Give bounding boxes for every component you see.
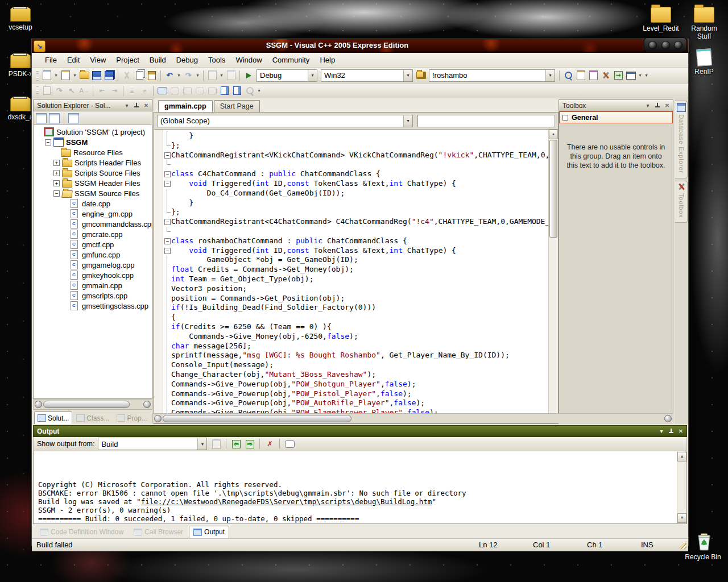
output-vscrollbar[interactable]: ▲ ▼ [677, 451, 686, 523]
maximize-button[interactable] [661, 41, 670, 49]
previous-message-button[interactable]: ⇦ [230, 438, 242, 450]
menu-community[interactable]: Community [267, 54, 315, 66]
comment-button[interactable]: ≡ [126, 85, 138, 97]
tree-item[interactable]: +SSGM Header Files [34, 178, 152, 188]
code-line[interactable]: Console_Input(message); [163, 360, 558, 370]
tree-item[interactable]: gmmain.cpp [34, 280, 152, 290]
resize-grip[interactable] [679, 541, 686, 549]
menu-view[interactable]: View [85, 54, 111, 66]
chevron-down-icon[interactable]: ▾ [195, 73, 200, 78]
members-combo[interactable] [417, 115, 555, 127]
command-window-button[interactable] [625, 70, 636, 81]
types-combo[interactable]: (Global Scope) ▾ [157, 115, 413, 127]
code-line[interactable]: } [163, 131, 558, 141]
scroll-right-button[interactable] [143, 401, 151, 408]
platform-combo[interactable]: Win32 ▾ [321, 69, 413, 82]
increase-indent-button[interactable]: ⇥ [109, 85, 120, 97]
previous-bookmark-button[interactable] [169, 85, 180, 97]
code-line[interactable]: }; [163, 207, 558, 217]
menu-debug[interactable]: Debug [171, 54, 203, 66]
copy-button[interactable] [134, 70, 145, 81]
window-position-menu-button[interactable]: ▾ [123, 102, 131, 109]
navigate-back-button[interactable] [206, 70, 218, 81]
import-export-button[interactable]: ➞ [613, 70, 624, 81]
tree-item[interactable]: gmcrate.cpp [34, 229, 152, 239]
expand-icon[interactable]: + [53, 160, 60, 166]
chevron-down-icon[interactable]: ▾ [308, 70, 317, 81]
scroll-up-button[interactable]: ▲ [549, 130, 558, 139]
desktop-icon-random-stuff[interactable]: Random Stuff [684, 3, 725, 40]
scroll-thumb[interactable] [43, 401, 130, 408]
next-bookmark-button[interactable] [181, 85, 193, 97]
parameter-info-button[interactable]: ↷ [53, 85, 65, 97]
chevron-down-icon[interactable]: ▾ [638, 73, 643, 78]
object-browser-button[interactable] [588, 70, 599, 81]
tree-item[interactable]: gmctf.cpp [34, 239, 152, 250]
indicator-margin[interactable] [154, 130, 163, 423]
tree-item[interactable]: gmscripts.cpp [34, 290, 152, 301]
tab-property-manager[interactable]: Prop... [113, 411, 150, 424]
code-line[interactable]: { [163, 313, 558, 322]
code-line[interactable]: GameObject *obj = Get_GameObj(ID); [163, 255, 558, 265]
minimize-button[interactable] [648, 41, 657, 49]
tree-item[interactable]: gmgamelog.cpp [34, 260, 152, 270]
tree-item[interactable]: −SSGM Source Files [34, 188, 152, 198]
tree-item[interactable]: gmfunc.cpp [34, 250, 152, 260]
fold-collapse-icon[interactable] [163, 151, 171, 160]
auto-hide-pin-button[interactable] [667, 428, 675, 435]
fold-collapse-icon[interactable] [163, 217, 171, 227]
tree-item[interactable]: date.cpp [34, 198, 152, 209]
scroll-down-button[interactable]: ▼ [677, 513, 686, 523]
menu-help[interactable]: Help [315, 54, 340, 66]
tree-item[interactable]: engine_gm.cpp [34, 209, 152, 219]
save-all-button[interactable] [104, 70, 115, 81]
redo-button[interactable]: ↷ [183, 70, 194, 81]
toolbox-button[interactable] [600, 70, 611, 81]
code-line[interactable]: ChatCommandRegistrant<VKickChatCommand> … [163, 151, 558, 160]
solution-explorer-titlebar[interactable]: Solution Explorer - Sol... ▾ ✕ [33, 99, 152, 111]
code-editor[interactable]: }};ChatCommandRegistrant<VKickChatComman… [154, 130, 559, 424]
previous-bookmark-folder-button[interactable] [194, 85, 205, 97]
save-button[interactable] [91, 70, 102, 81]
build-log-link[interactable]: file://c:\Westwood\RenegadeFDS\Server\tm… [141, 497, 432, 506]
uncomment-button[interactable]: ≠ [139, 85, 150, 97]
toolbox-titlebar[interactable]: Toolbox ▾ ✕ [559, 99, 673, 111]
code-line[interactable]: Change_Character(obj,"Mutant_3Boss_Raves… [163, 370, 558, 380]
menu-tools[interactable]: Tools [203, 54, 230, 66]
code-line[interactable]: void Triggered(int ID,const TokenClass &… [163, 179, 558, 189]
desktop-icon-renip[interactable]: RenIP [684, 49, 725, 76]
start-debug-button[interactable] [243, 70, 254, 81]
next-bookmark-folder-button[interactable] [206, 85, 218, 97]
close-panel-button[interactable]: ✕ [142, 102, 150, 109]
toolbar-options-button[interactable]: ▾ [644, 73, 649, 78]
toolbox-group-general[interactable]: General [559, 111, 673, 123]
code-line[interactable]: Commands->Give_Powerup(obj,"POW_Pistol_P… [163, 389, 558, 399]
chevron-down-icon[interactable]: ▾ [197, 438, 206, 450]
code-line[interactable]: float Credits = Commands->Get_Money(obj)… [163, 265, 558, 275]
chevron-down-icon[interactable]: ▾ [53, 73, 59, 78]
scroll-up-button[interactable]: ▲ [677, 452, 686, 462]
output-text[interactable]: ▲ ▼ Copyright (C) Microsoft Corporation.… [33, 451, 687, 524]
new-project-button[interactable] [41, 70, 52, 81]
tab-output[interactable]: Output [189, 526, 229, 538]
tree-item[interactable]: Resource Files [34, 147, 152, 157]
properties-button[interactable] [36, 113, 47, 123]
code-line[interactable]: if(Credits >= 6250 && (Team == 0) ){ [163, 322, 558, 332]
desktop-icon-vcsetup[interactable]: vcsetup [0, 2, 41, 31]
toolbar-grip[interactable] [36, 70, 39, 81]
tab-toolbox[interactable]: Toolbox [675, 181, 688, 223]
close-panel-button[interactable]: ✕ [677, 428, 685, 435]
code-line[interactable]: sprintf(message,"msg [WGC]: %s Bought Ro… [163, 351, 558, 360]
tab-class-view[interactable]: Class... [73, 411, 113, 424]
menu-file[interactable]: File [40, 54, 62, 66]
decrease-indent-button[interactable]: ⇤ [96, 85, 107, 97]
find-button[interactable] [415, 70, 427, 81]
complete-word-button[interactable]: A→ [78, 85, 90, 97]
chevron-down-icon[interactable]: ▾ [545, 70, 555, 81]
output-source-combo[interactable]: Build ▾ [98, 438, 207, 450]
scroll-right-button[interactable] [664, 415, 672, 422]
view-code-button[interactable] [68, 113, 79, 123]
fold-collapse-icon[interactable] [163, 246, 171, 256]
find-combo[interactable]: !roshambo ▾ [429, 69, 555, 82]
bookmark-next-doc-button[interactable] [231, 85, 243, 97]
